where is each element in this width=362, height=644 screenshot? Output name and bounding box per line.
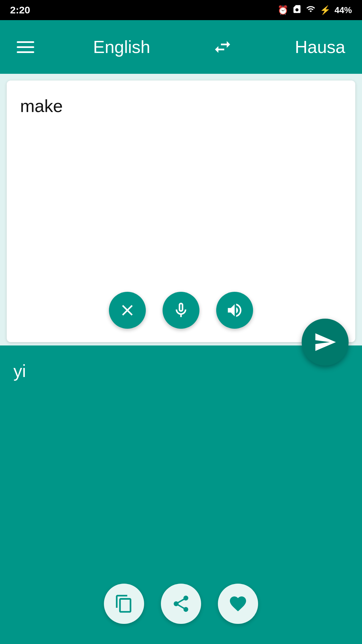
share-icon — [171, 594, 191, 613]
menu-line-1 — [17, 41, 34, 43]
clear-button[interactable] — [109, 292, 146, 329]
status-time: 2:20 — [10, 4, 30, 16]
charging-icon: ⚡ — [320, 5, 330, 15]
favorite-button[interactable] — [218, 584, 258, 624]
microphone-icon — [172, 301, 190, 319]
swap-languages-button[interactable] — [209, 37, 236, 57]
speaker-button[interactable] — [216, 292, 253, 329]
menu-line-3 — [17, 51, 34, 53]
header-toolbar: English Hausa — [0, 20, 362, 74]
target-actions — [104, 584, 258, 624]
volume-icon — [226, 301, 244, 319]
source-panel: make — [7, 80, 355, 342]
status-bar: 2:20 ⏰ ⚡ 44% — [0, 0, 362, 20]
status-icons: ⏰ ⚡ 44% — [278, 4, 352, 16]
signal-icon — [306, 4, 316, 16]
copy-button[interactable] — [104, 584, 144, 624]
source-wrapper: make — [0, 74, 362, 342]
microphone-button[interactable] — [163, 292, 199, 329]
source-text[interactable]: make — [7, 80, 355, 132]
target-language-selector[interactable]: Hausa — [295, 37, 345, 57]
share-button[interactable] — [161, 584, 201, 624]
main-content: make — [0, 74, 362, 644]
send-icon — [313, 330, 337, 354]
copy-icon — [114, 594, 134, 613]
battery-level: 44% — [335, 5, 352, 15]
close-icon — [118, 301, 136, 319]
swap-icon — [210, 37, 235, 57]
heart-icon — [228, 594, 248, 613]
source-actions — [109, 292, 253, 329]
alarm-icon: ⏰ — [278, 5, 288, 15]
target-panel: yi — [0, 345, 362, 644]
translate-button[interactable] — [302, 319, 349, 366]
sim-icon — [292, 4, 302, 16]
menu-button[interactable] — [17, 41, 34, 53]
source-language-selector[interactable]: English — [93, 37, 150, 57]
menu-line-2 — [17, 46, 34, 48]
